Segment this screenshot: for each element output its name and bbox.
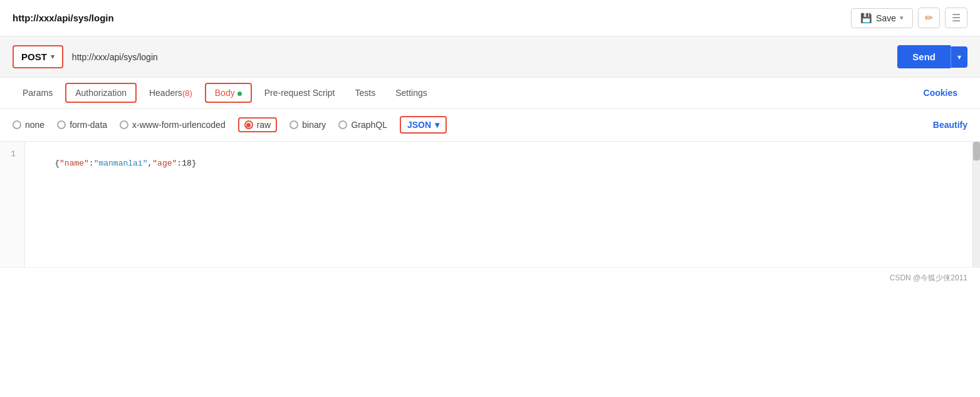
code-content[interactable]: {"name":"manmanlai","age":18}	[25, 142, 980, 267]
save-chevron-icon: ▾	[900, 14, 904, 22]
tab-settings[interactable]: Settings	[385, 79, 437, 107]
radio-graphql-label: GraphQL	[351, 120, 387, 130]
send-chevron-button[interactable]: ▾	[951, 46, 967, 68]
tab-headers-label: Headers	[149, 88, 182, 98]
tab-params[interactable]: Params	[13, 79, 63, 107]
tab-headers[interactable]: Headers(8)	[139, 79, 202, 107]
radio-form-data[interactable]: form-data	[57, 120, 107, 130]
json-value-name: "manmanlai"	[94, 159, 148, 168]
notes-button[interactable]: ☰	[945, 8, 967, 28]
scrollbar-thumb[interactable]	[973, 142, 980, 161]
json-open-brace: {	[55, 159, 60, 168]
json-colon-1: :	[89, 159, 94, 168]
radio-urlencoded-label: x-www-form-urlencoded	[132, 120, 226, 130]
tab-body-label: Body	[215, 88, 235, 98]
send-main-button[interactable]: Send	[897, 45, 951, 68]
radio-binary-label: binary	[302, 120, 326, 130]
method-selector[interactable]: POST ▾	[13, 45, 63, 68]
body-dot	[237, 92, 242, 96]
notes-icon: ☰	[952, 12, 961, 24]
tab-pre-request-label: Pre-request Script	[264, 88, 335, 98]
tab-authorization-label: Authorization	[75, 88, 127, 98]
method-chevron-icon: ▾	[51, 53, 55, 61]
json-format-label: JSON	[407, 120, 431, 130]
line-numbers: 1	[0, 142, 25, 267]
cookies-label: Cookies	[924, 88, 957, 98]
edit-icon: ✏	[925, 12, 933, 24]
footer: CSDN @今狐少侠2011	[0, 267, 980, 288]
radio-binary-circle	[289, 120, 298, 129]
json-chevron-icon: ▾	[435, 120, 439, 130]
edit-button[interactable]: ✏	[918, 8, 940, 28]
json-close-brace: }	[192, 159, 197, 168]
json-colon-2: :	[177, 159, 182, 168]
radio-raw[interactable]: raw	[238, 117, 278, 132]
radio-none-circle	[13, 120, 21, 129]
tab-cookies[interactable]: Cookies	[914, 79, 967, 107]
radio-form-data-label: form-data	[70, 120, 107, 130]
tab-params-label: Params	[23, 88, 53, 98]
radio-raw-label: raw	[257, 120, 271, 130]
tab-body[interactable]: Body	[205, 83, 252, 103]
radio-graphql-circle	[338, 120, 347, 129]
request-bar: POST ▾ Send ▾	[0, 36, 980, 78]
scrollbar[interactable]	[972, 142, 980, 267]
headers-badge: (8)	[182, 88, 192, 98]
top-bar: http://xxx/api/sys/login 💾 Save ▾ ✏ ☰	[0, 0, 980, 36]
radio-graphql[interactable]: GraphQL	[338, 120, 387, 130]
json-format-selector[interactable]: JSON ▾	[400, 116, 447, 134]
radio-urlencoded[interactable]: x-www-form-urlencoded	[120, 120, 226, 130]
code-editor: 1 {"name":"manmanlai","age":18}	[0, 142, 980, 267]
json-key-name: "name"	[60, 159, 89, 168]
line-number-1: 1	[9, 149, 16, 159]
radio-none-label: none	[25, 120, 44, 130]
radio-urlencoded-circle	[120, 120, 128, 129]
tab-tests-label: Tests	[355, 88, 376, 98]
radio-binary[interactable]: binary	[289, 120, 326, 130]
tab-tests[interactable]: Tests	[345, 79, 386, 107]
json-key-age: "age"	[152, 159, 177, 168]
tab-pre-request[interactable]: Pre-request Script	[254, 79, 345, 107]
save-button[interactable]: 💾 Save ▾	[851, 8, 913, 28]
send-button-group: Send ▾	[897, 45, 967, 68]
attribution: CSDN @今狐少侠2011	[890, 273, 967, 283]
url-input[interactable]	[63, 47, 890, 67]
request-title: http://xxx/api/sys/login	[13, 13, 114, 23]
top-bar-actions: 💾 Save ▾ ✏ ☰	[851, 8, 967, 28]
tab-settings-label: Settings	[395, 88, 427, 98]
tab-authorization[interactable]: Authorization	[65, 83, 137, 103]
json-value-age: 18	[182, 159, 192, 168]
radio-none[interactable]: none	[13, 120, 44, 130]
beautify-button[interactable]: Beautify	[933, 120, 967, 130]
floppy-icon: 💾	[860, 13, 872, 24]
body-type-bar: none form-data x-www-form-urlencoded raw…	[0, 109, 980, 142]
method-label: POST	[21, 51, 47, 62]
radio-raw-circle	[244, 120, 253, 129]
radio-form-data-circle	[57, 120, 66, 129]
tabs-bar: Params Authorization Headers(8) Body Pre…	[0, 78, 980, 109]
save-label: Save	[876, 13, 896, 23]
